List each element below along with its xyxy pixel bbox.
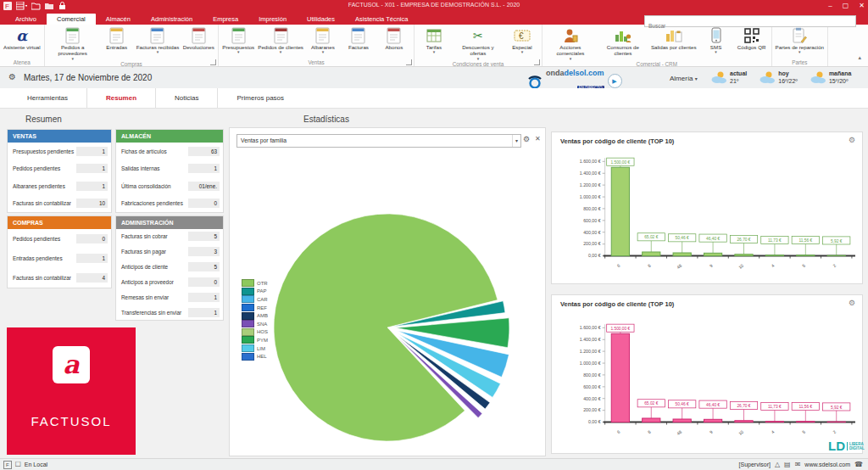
svg-text:1.400,00 €: 1.400,00 €: [580, 337, 601, 342]
svg-text:400,00 €: 400,00 €: [583, 396, 601, 401]
summary-row: Pedidos pendientes1: [8, 160, 111, 178]
dialog-launcher-icon[interactable]: [210, 59, 216, 65]
svg-text:11,73 €: 11,73 €: [768, 238, 782, 243]
sdelsol-link[interactable]: www.sdelsol.com: [804, 462, 850, 467]
svg-text:2: 2: [832, 429, 837, 435]
ribbon-tab-empresa[interactable]: Empresa: [203, 14, 248, 25]
chart-gear-icon[interactable]: ⚙: [849, 136, 855, 144]
dialog-launcher-icon[interactable]: [406, 59, 412, 65]
facturas-button[interactable]: Facturas: [341, 25, 376, 59]
maximize-button[interactable]: ▢: [843, 1, 849, 11]
entradas-icon: [109, 26, 124, 44]
svg-text:600,00 €: 600,00 €: [583, 384, 601, 389]
svg-text:50,46 €: 50,46 €: [676, 402, 689, 406]
checkbox-icon[interactable]: ☐: [15, 460, 21, 469]
legend-swatch: [242, 288, 254, 295]
summary-value: 1: [188, 308, 220, 317]
f-flag-icon: F: [3, 461, 12, 469]
chevron-down-icon: ▾: [280, 50, 282, 53]
chart-title: Ventas por código de cliente (TOP 10): [560, 137, 674, 145]
pedidos-a-proveedores-button[interactable]: Pedidos a proveedores▾: [47, 25, 99, 60]
tab-resumen[interactable]: Resumen: [87, 88, 156, 108]
svg-text:8: 8: [647, 263, 652, 269]
ribbon-tab-comercial[interactable]: Comercial: [47, 14, 96, 25]
ribbon-tab-almac-n[interactable]: Almacén: [96, 14, 141, 25]
consumos-de-clientes-button[interactable]: Consumos de clientes: [597, 25, 649, 60]
legend-swatch: [242, 312, 254, 320]
dialog-launcher-icon[interactable]: [534, 59, 540, 65]
ribbon-tab-utilidades[interactable]: Utilidades: [297, 14, 345, 25]
summary-value: 1: [76, 147, 108, 156]
pedidos-de-clientes-button[interactable]: Pedidos de clientes▾: [256, 25, 305, 59]
ribbon-tab-administraci-n[interactable]: Administración: [141, 14, 203, 25]
ribbon: αAsistente virtualAteneaPedidos a provee…: [0, 25, 868, 67]
document-icon[interactable]: ▤: [784, 460, 791, 469]
summary-value: 1: [76, 164, 108, 173]
svg-text:2: 2: [832, 263, 837, 269]
svg-text:6: 6: [615, 263, 620, 269]
presupuestos-button[interactable]: Presupuestos▾: [220, 25, 256, 59]
legend-swatch: [242, 279, 254, 287]
ribbon-group-condiciones-de-venta: Tarifas▾✂Descuentos y ofertas▾€Especial▾…: [415, 25, 542, 66]
minimize-button[interactable]: –: [828, 1, 832, 11]
search-box[interactable]: [644, 15, 856, 27]
warning-triangle-icon[interactable]: △: [775, 460, 780, 469]
current-date: Martes, 17 de Noviembre de 2020: [24, 73, 152, 82]
albaranes-button[interactable]: Albaranes▾: [305, 25, 341, 59]
descuentos-y-ofertas-button[interactable]: ✂Descuentos y ofertas▾: [452, 25, 504, 60]
devoluciones-button[interactable]: Devoluciones: [181, 25, 216, 60]
abonos-icon: [387, 26, 401, 44]
summary-value: 0: [188, 199, 220, 208]
asistente-virtual-button[interactable]: αAsistente virtual: [2, 25, 42, 59]
tab-herramientas[interactable]: Herramientas: [8, 88, 87, 108]
tab-primeros-pasos[interactable]: Primeros pasos: [218, 88, 303, 108]
ribbon-tab-impresi-n[interactable]: Impresión: [248, 14, 297, 25]
connection-mode: En Local: [25, 462, 47, 467]
svg-text:48: 48: [676, 429, 682, 436]
bar: [704, 253, 721, 255]
sun-cloud-icon: [759, 70, 776, 84]
search-input[interactable]: [645, 21, 862, 31]
svg-text:11,56 €: 11,56 €: [798, 405, 812, 409]
svg-text:400,00 €: 400,00 €: [583, 230, 601, 235]
panel-almacen: ALMACÉNFichas de artículos63Salidas inte…: [115, 129, 224, 213]
close-button[interactable]: ✕: [859, 1, 865, 11]
tab-noticias[interactable]: Noticias: [156, 88, 218, 108]
svg-text:0,00 €: 0,00 €: [588, 419, 601, 424]
abonos-button[interactable]: Abonos: [376, 25, 412, 59]
factusol-window: F FACTUSOL - X01 - EMPRESA DE DEMOSTRACI…: [0, 0, 868, 470]
legend-item-CAR: CAR: [242, 295, 268, 304]
play-button[interactable]: ▶: [608, 74, 622, 88]
panel-header-compras: COMPRAS: [8, 216, 111, 229]
date-settings-gear-icon[interactable]: ⚙: [8, 72, 16, 81]
panel-header-ventas: VENTAS: [8, 130, 111, 143]
mail-icon[interactable]: ✉: [795, 460, 801, 469]
legend-swatch: [242, 304, 254, 311]
city-selector[interactable]: Almería ▾: [670, 75, 698, 82]
albaranes-icon: [315, 26, 330, 44]
acciones-comerciales-button[interactable]: Acciones comerciales▾: [544, 25, 597, 60]
chart-gear-icon[interactable]: ⚙: [849, 299, 855, 307]
sun-cloud-icon: [710, 70, 727, 84]
entradas-button[interactable]: Entradas: [99, 25, 135, 60]
ribbon-tab-asistencia-t-cnica[interactable]: Asistencia Técnica: [345, 14, 418, 25]
chevron-down-icon: ▾: [715, 50, 717, 53]
pedidos-a-proveedores-icon: [65, 26, 80, 44]
legend-swatch: [242, 353, 254, 361]
bar: [611, 333, 629, 422]
tarifas-button[interactable]: Tarifas▾: [416, 25, 452, 60]
especial-button[interactable]: €Especial▾: [504, 25, 540, 60]
bar: [611, 167, 629, 255]
tarifas-icon: [426, 26, 442, 44]
summary-value: 0: [76, 234, 108, 243]
bar: [735, 421, 753, 422]
legend-swatch: [242, 336, 254, 344]
summary-value: 10: [76, 199, 108, 208]
ribbon-tab-archivo[interactable]: Archivo: [5, 14, 47, 25]
phone-icon[interactable]: ☎: [854, 460, 863, 469]
ribbon-group-ventas: Presupuestos▾Pedidos de clientes▾Albaran…: [219, 25, 415, 66]
chevron-down-icon: ▾: [237, 50, 240, 53]
collapse-ribbon-icon[interactable]: ▴: [858, 54, 861, 61]
facturas-recibidas-button[interactable]: Facturas recibidas▾: [135, 25, 181, 60]
factusol-logo-text: FACTUSOL: [7, 414, 136, 428]
